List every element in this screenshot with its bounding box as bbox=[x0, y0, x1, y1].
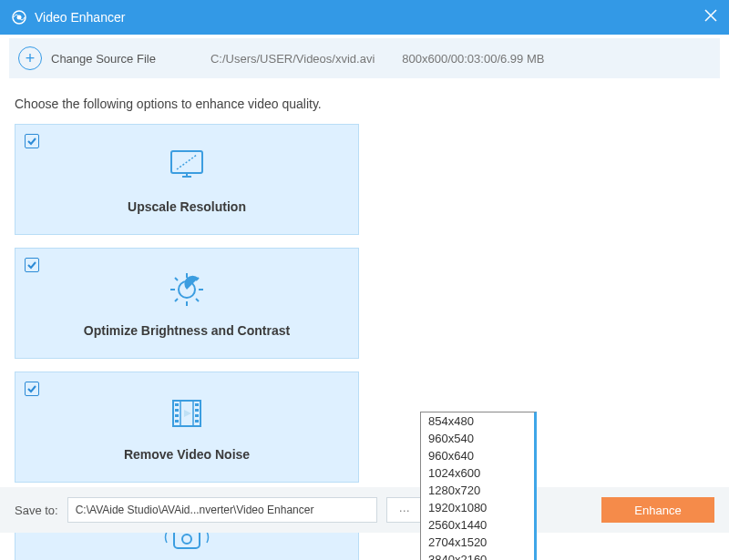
tile-label: Upscale Resolution bbox=[128, 199, 246, 214]
tile-label: Optimize Brightness and Contrast bbox=[84, 323, 290, 338]
resolution-option[interactable]: 3840x2160 bbox=[421, 551, 534, 560]
resolution-option[interactable]: 1920x1080 bbox=[421, 499, 534, 516]
svg-rect-21 bbox=[175, 420, 179, 423]
tile-upscale-resolution[interactable]: Upscale Resolution bbox=[15, 124, 359, 235]
svg-rect-24 bbox=[195, 414, 199, 417]
svg-point-28 bbox=[182, 535, 191, 544]
resolution-dropdown[interactable]: 854x480 960x540 960x640 1024x600 1280x72… bbox=[420, 412, 537, 560]
resolution-option[interactable]: 2560x1440 bbox=[421, 516, 534, 534]
brightness-icon bbox=[164, 269, 210, 311]
checkbox-icon[interactable] bbox=[25, 134, 39, 148]
change-source-link[interactable]: Change Source File bbox=[51, 52, 156, 66]
svg-rect-22 bbox=[195, 403, 199, 406]
source-path: C:/Users/USER/Videos/xvid.avi bbox=[210, 52, 375, 66]
app-title: Video Enhancer bbox=[35, 10, 125, 25]
svg-line-13 bbox=[175, 299, 178, 301]
save-path-input[interactable] bbox=[67, 497, 377, 523]
source-meta: 800x600/00:03:00/6.99 MB bbox=[402, 52, 544, 66]
resolution-option[interactable]: 1280x720 bbox=[421, 482, 534, 499]
checkbox-icon[interactable] bbox=[25, 258, 39, 272]
film-icon bbox=[164, 392, 210, 434]
instruction-text: Choose the following options to enhance … bbox=[15, 97, 714, 111]
tile-label: Remove Video Noise bbox=[124, 447, 250, 462]
app-logo-icon bbox=[11, 9, 27, 25]
svg-line-3 bbox=[177, 155, 197, 169]
svg-line-11 bbox=[175, 278, 178, 280]
resolution-option[interactable]: 854x480 bbox=[421, 412, 534, 430]
close-icon[interactable] bbox=[703, 8, 718, 26]
tile-optimize-brightness[interactable]: Optimize Brightness and Contrast bbox=[15, 248, 359, 359]
svg-rect-19 bbox=[175, 409, 179, 412]
source-bar: + Change Source File C:/Users/USER/Video… bbox=[9, 38, 720, 78]
svg-rect-23 bbox=[195, 409, 199, 412]
titlebar: Video Enhancer bbox=[0, 0, 729, 35]
save-bar: Save to: ··· Enhance bbox=[0, 487, 729, 533]
resolution-option[interactable]: 960x640 bbox=[421, 447, 534, 464]
save-to-label: Save to: bbox=[15, 504, 58, 517]
monitor-icon bbox=[164, 145, 210, 187]
resolution-option[interactable]: 960x540 bbox=[421, 430, 534, 447]
svg-rect-18 bbox=[175, 403, 179, 406]
checkbox-icon[interactable] bbox=[25, 382, 39, 396]
svg-rect-25 bbox=[195, 420, 199, 423]
resolution-option[interactable]: 1024x600 bbox=[421, 464, 534, 482]
enhance-button[interactable]: Enhance bbox=[601, 497, 714, 523]
svg-line-12 bbox=[196, 299, 199, 301]
browse-button[interactable]: ··· bbox=[386, 497, 423, 523]
resolution-option[interactable]: 2704x1520 bbox=[421, 534, 534, 551]
add-source-icon[interactable]: + bbox=[18, 46, 42, 70]
svg-rect-20 bbox=[175, 414, 179, 417]
tile-remove-noise[interactable]: Remove Video Noise bbox=[15, 372, 359, 483]
